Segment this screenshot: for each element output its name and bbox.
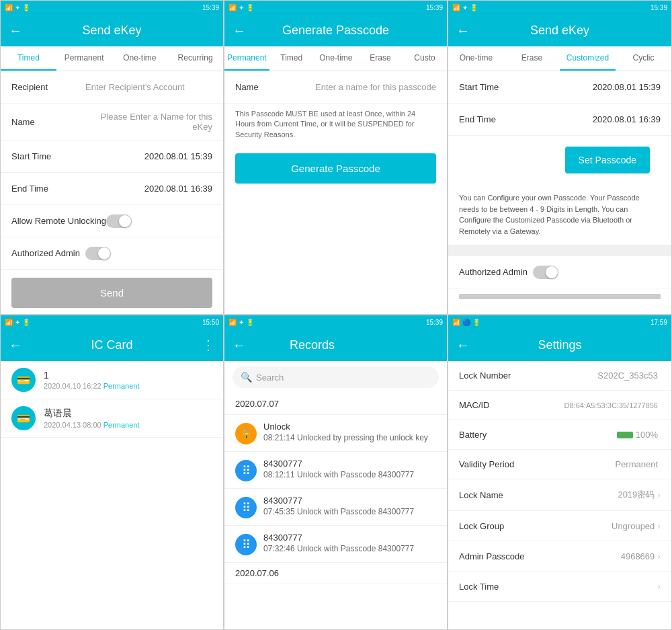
tab-recurring[interactable]: Recurring [167,46,223,71]
chevron-icon-lock-time: › [657,581,661,592]
status-time-4: 15:50 [202,319,219,326]
content-4: 💳 1 2020.04.10 16:22 Permanent 💳 葛语晨 202… [1,361,223,629]
authorized-admin-label: Authorized Admin [11,248,85,258]
validity-value: Permanent [615,459,658,469]
lock-time-row[interactable]: Lock Time › [448,572,671,602]
admin-passcode-row[interactable]: Admin Passcode 4968669 › [448,541,671,572]
record-icon-unlock: 🔓 [235,423,257,444]
tab-onetime-2[interactable]: One-time [314,46,358,71]
record-info-passcode-1: 84300777 08:12:11 Unlock with Passcode 8… [263,459,436,481]
end-time-value[interactable]: 2020.08.01 16:39 [85,184,212,194]
name-input[interactable]: Please Enter a Name for this eKey [85,112,212,132]
back-button-5[interactable]: ← [233,338,246,353]
allow-remote-toggle[interactable] [106,214,132,228]
end-time-label-3: End Time [459,114,533,124]
tab-custom-2[interactable]: Custo [403,46,447,71]
search-icon: 🔍 [241,372,252,383]
panel-settings: 📶 🔵 🔋 17:59 ← Settings Lock Number S202C… [448,315,672,630]
content-1: Recipient Enter Recipient's Account Name… [1,71,223,314]
back-button-6[interactable]: ← [456,338,470,353]
end-time-row: End Time 2020.08.01 16:39 [1,173,223,205]
end-time-row-3: End Time 2020.08.01 16:39 [448,104,671,136]
ic-card-item-2[interactable]: 💳 葛语晨 2020.04.13 08:00 Permanent [1,399,223,438]
back-button-4[interactable]: ← [9,338,22,353]
passcode-name-input[interactable]: Enter a name for this passcode [309,82,436,92]
record-icon-passcode-2: ⠿ [235,497,257,518]
header-4: ← IC Card ⋮ [1,329,223,361]
ic-card-meta-1: 2020.04.10 16:22 Permanent [44,382,212,390]
record-title-passcode-2: 84300777 [263,496,436,506]
lock-name-row[interactable]: Lock Name 2019密码 › [448,479,671,511]
tab-permanent[interactable]: Permanent [56,46,112,71]
panel-ic-card: 📶 ✦ 🔋 15:50 ← IC Card ⋮ 💳 1 2020.04.10 1… [0,315,224,630]
status-bar-4: 📶 ✦ 🔋 15:50 [1,315,223,329]
refresh-records-link[interactable]: Refresh Records [378,340,439,350]
header-1: ← Send eKey [1,14,223,46]
mac-id-label: MAC/ID [459,400,564,410]
tab-onetime-3[interactable]: One-time [448,46,504,71]
status-left-6: 📶 🔵 🔋 [452,319,480,326]
header-6: ← Settings [448,329,671,361]
ic-card-item-1[interactable]: 💳 1 2020.04.10 16:22 Permanent [1,361,223,399]
send-button[interactable]: Send [11,278,212,308]
status-bar-3: 📶 ✦ 🔋 15:39 [448,1,671,14]
status-time-1: 15:39 [202,4,219,11]
lock-time-label: Lock Time [459,582,655,592]
back-button-1[interactable]: ← [9,23,22,38]
search-input[interactable]: Search [256,372,284,383]
tab-bar-1: Timed Permanent One-time Recurring [1,46,223,71]
tab-cyclic-3[interactable]: Cyclic [616,46,671,71]
record-icon-passcode-3: ⠿ [235,534,257,555]
ic-card-name-1: 1 [44,370,212,381]
status-bar-2: 📶 ✦ 🔋 15:39 [224,1,447,14]
battery-indicator: 100% [617,430,661,440]
tab-onetime[interactable]: One-time [112,46,168,71]
panel-send-ekey-timed: 📶 ✦ 🔋 15:39 ← Send eKey Timed Permanent … [0,0,224,315]
end-time-value-3[interactable]: 2020.08.01 16:39 [533,114,661,124]
tab-erase-2[interactable]: Erase [358,46,403,71]
search-bar[interactable]: 🔍 Search [233,366,439,388]
panel-generate-passcode: 📶 ✦ 🔋 15:39 ← Generate Passcode Permanen… [224,0,448,315]
status-time-5: 15:39 [426,319,443,326]
date-header-1: 2020.07.07 [224,393,447,415]
tab-permanent-2[interactable]: Permanent [224,46,269,71]
start-time-row-3: Start Time 2020.08.01 15:39 [448,71,671,104]
lock-group-row[interactable]: Lock Group Ungrouped › [448,511,671,541]
passcode-info-box: You can Configure your own Passcode. You… [448,184,671,245]
record-info-unlock: Unlock 08:21:14 Unlocked by pressing the… [263,422,436,444]
admin-passcode-value: 4968669 [621,551,655,561]
header-3: ← Send eKey [448,14,671,46]
tab-timed[interactable]: Timed [1,46,56,71]
status-left-3: 📶 ✦ 🔋 [452,4,478,11]
header-title-1: Send eKey [22,24,202,38]
mac-id-row: MAC/ID D8:64:A5:53:3C:35/1277856 [448,391,671,420]
status-time-3: 15:39 [650,4,667,11]
tab-erase-3[interactable]: Erase [504,46,560,71]
more-options-button-4[interactable]: ⋮ [202,337,215,353]
record-info-passcode-2: 84300777 07:45:35 Unlock with Passcode 8… [263,496,436,518]
back-button-3[interactable]: ← [456,23,470,38]
generate-passcode-button[interactable]: Generate Passcode [235,153,436,184]
header-title-2: Generate Passcode [246,24,425,38]
recipient-input[interactable]: Enter Recipient's Account [85,82,212,92]
set-passcode-button[interactable]: Set Passcode [565,147,650,173]
ic-card-info-1: 1 2020.04.10 16:22 Permanent [44,370,212,390]
record-desc-passcode-3: 07:32:46 Unlock with Passcode 84300777 [263,544,436,555]
ic-card-date-1: 2020.04.10 16:22 [44,382,101,390]
authorized-admin-toggle-3[interactable] [533,266,558,279]
status-left-5: 📶 ✦ 🔋 [228,319,254,326]
status-time-2: 15:39 [426,4,443,11]
tab-customized-3[interactable]: Customized [560,46,616,71]
ic-card-name-2: 葛语晨 [44,407,212,420]
authorized-admin-toggle[interactable] [85,247,111,260]
back-button-2[interactable]: ← [233,23,246,38]
battery-value: 100% [636,430,658,440]
start-time-value-3[interactable]: 2020.08.01 15:39 [533,82,661,92]
tab-timed-2[interactable]: Timed [269,46,314,71]
ic-card-icon-2: 💳 [11,406,36,430]
status-bar-6: 📶 🔵 🔋 17:59 [448,315,671,329]
content-2: Name Enter a name for this passcode This… [224,71,447,314]
passcode-name-row: Name Enter a name for this passcode [224,71,447,104]
ic-card-type-1: Permanent [103,382,140,390]
start-time-value[interactable]: 2020.08.01 15:39 [85,151,212,161]
